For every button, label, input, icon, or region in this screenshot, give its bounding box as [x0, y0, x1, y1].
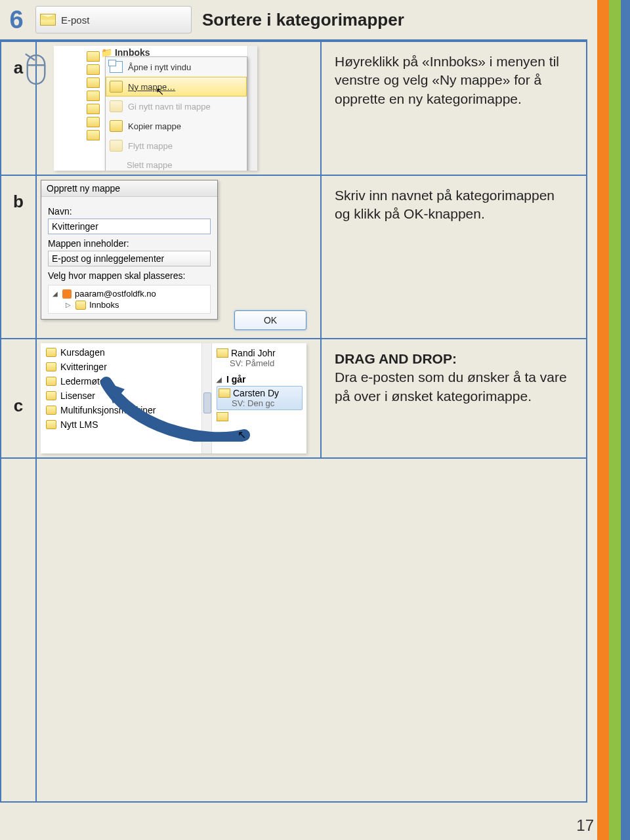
empty-row — [1, 458, 587, 802]
epost-badge: E-post — [35, 6, 192, 33]
create-folder-dialog: Opprett ny mappe Navn: Mappen inneholder… — [41, 180, 218, 320]
contains-combo[interactable]: E-post og innleggelementer — [48, 251, 211, 266]
ctx-copy-folder[interactable]: Kopier mappe — [106, 116, 247, 136]
side-stripe-blue — [621, 0, 630, 840]
cursor-icon: ↖ — [238, 429, 246, 441]
folder-list: Kursdagen Kvitteringer Ledermøter Lisens… — [46, 347, 156, 430]
folder-item[interactable]: Lisenser — [46, 390, 156, 401]
ctx-rename-folder: Gi nytt navn til mappe — [106, 96, 247, 116]
scrollbar[interactable] — [247, 46, 257, 171]
folder-item[interactable]: Kvitteringer — [46, 362, 156, 372]
step-row-c: c Kursdagen Kvitteringer Ledermøter Lise… — [1, 339, 587, 458]
expand-icon[interactable]: ▷ — [66, 301, 72, 308]
desc-text-b: Skriv inn navnet på kategorimappen og kl… — [335, 188, 555, 221]
dialog-title: Opprett ny mappe — [41, 180, 217, 197]
collapse-icon[interactable]: ◢ — [217, 376, 223, 383]
contains-label: Mappen inneholder: — [48, 238, 211, 249]
new-window-icon — [110, 61, 123, 73]
screenshot-a: 📁 Innboks Åpne i nytt vindu Ny mappe… — [54, 46, 257, 171]
ok-button[interactable]: OK — [234, 310, 306, 330]
step-row-a: a — [1, 41, 587, 175]
folder-icon — [46, 420, 56, 429]
step-label-c: c — [1, 339, 36, 458]
ctx-new-folder[interactable]: Ny mappe… — [106, 77, 247, 96]
folder-item[interactable]: Ledermøter — [46, 376, 156, 387]
folder-icon — [110, 81, 123, 93]
side-stripe-green — [609, 0, 621, 840]
mail-icon — [217, 348, 228, 358]
folder-icon — [46, 348, 56, 357]
mail-icon — [219, 388, 230, 398]
folder-item[interactable]: Kursdagen — [46, 347, 156, 358]
content-area: 6 E-post Sortere i kategorimapper a — [0, 0, 587, 803]
place-label: Velg hvor mappen skal plasseres: — [48, 270, 211, 281]
name-label: Navn: — [48, 206, 211, 217]
folder-icon — [46, 391, 56, 400]
collapse-icon[interactable]: ◢ — [52, 290, 59, 297]
section-title: Sortere i kategorimapper — [202, 10, 404, 30]
folder-item[interactable]: Nytt LMS — [46, 419, 156, 430]
folder-move-icon — [110, 140, 123, 152]
folder-rename-icon — [110, 100, 123, 112]
side-stripe-orange — [597, 0, 609, 840]
step-row-b: b Opprett ny mappe Navn: Mappen innehold… — [1, 175, 587, 339]
folder-icon — [87, 77, 100, 88]
screenshot-cell-c: Kursdagen Kvitteringer Ledermøter Lisens… — [36, 339, 321, 458]
scrollbar-handle[interactable] — [203, 392, 211, 413]
folder-icon — [87, 117, 100, 127]
desc-cell-c: DRAG AND DROP: Dra e-posten som du ønske… — [321, 339, 587, 458]
account-icon — [62, 289, 72, 299]
folder-icon — [46, 362, 56, 371]
context-menu: Åpne i nytt vindu Ny mappe… Gi nytt navn… — [105, 56, 247, 171]
folder-name-input[interactable] — [48, 219, 211, 234]
placement-tree[interactable]: ◢ paaram@ostfoldfk.no ▷ Innboks — [48, 285, 211, 314]
screenshot-cell-a: 📁 Innboks Åpne i nytt vindu Ny mappe… — [36, 41, 321, 175]
mail-item[interactable]: Randi Johr SV: Påmeld — [217, 346, 303, 370]
tree-account-row[interactable]: ◢ paaram@ostfoldfk.no — [52, 288, 206, 299]
ctx-open-new-window[interactable]: Åpne i nytt vindu — [106, 57, 247, 77]
epost-badge-label: E-post — [61, 14, 89, 26]
tree-inbox-row[interactable]: ▷ Innboks — [52, 299, 206, 310]
folder-icon — [46, 406, 56, 415]
desc-text-a: Høyreklikk på «Innboks» i menyen til ven… — [335, 54, 559, 106]
steps-table: a — [0, 41, 587, 803]
section-number: 6 — [0, 6, 33, 34]
folder-icon — [75, 301, 86, 310]
mail-item-selected[interactable]: Carsten Dy SV: Den gc — [217, 386, 303, 410]
mail-icon — [217, 412, 228, 421]
screenshot-b: Opprett ny mappe Navn: Mappen inneholder… — [41, 180, 306, 334]
folder-icon — [87, 91, 100, 101]
mail-group-header[interactable]: ◢I går — [217, 374, 303, 385]
folder-delete-icon — [110, 159, 121, 170]
folder-copy-icon — [110, 120, 123, 132]
screenshot-cell-b: Opprett ny mappe Navn: Mappen inneholder… — [36, 175, 321, 339]
section-header: 6 E-post Sortere i kategorimapper — [0, 0, 587, 41]
screenshot-c: Kursdagen Kvitteringer Ledermøter Lisens… — [41, 343, 306, 453]
folder-icon — [87, 130, 100, 140]
ctx-delete-folder: Slett mappe — [106, 156, 247, 171]
folder-tree-column — [87, 51, 100, 140]
mail-list: Randi Johr SV: Påmeld ◢I går Carsten Dy … — [213, 343, 306, 426]
desc-heading-c: DRAG AND DROP: — [335, 351, 457, 366]
ctx-move-folder: Flytt mappe — [106, 136, 247, 156]
desc-cell-b: Skriv inn navnet på kategorimappen og kl… — [321, 175, 587, 339]
folder-icon — [46, 377, 56, 386]
envelope-icon — [40, 14, 56, 26]
folder-item[interactable]: Multifunksjonsmaskiner — [46, 405, 156, 415]
desc-text-c: Dra e-posten som du ønsker å ta vare på … — [335, 369, 567, 403]
folder-icon — [87, 104, 100, 114]
desc-cell-a: Høyreklikk på «Innboks» i menyen til ven… — [321, 41, 587, 175]
mail-item[interactable] — [217, 410, 303, 423]
folder-icon — [87, 64, 100, 75]
mouse-icon — [24, 52, 49, 85]
folder-icon — [87, 51, 100, 62]
page-number: 17 — [576, 816, 594, 835]
step-label-b: b — [1, 175, 36, 339]
scrollbar[interactable] — [201, 343, 212, 453]
